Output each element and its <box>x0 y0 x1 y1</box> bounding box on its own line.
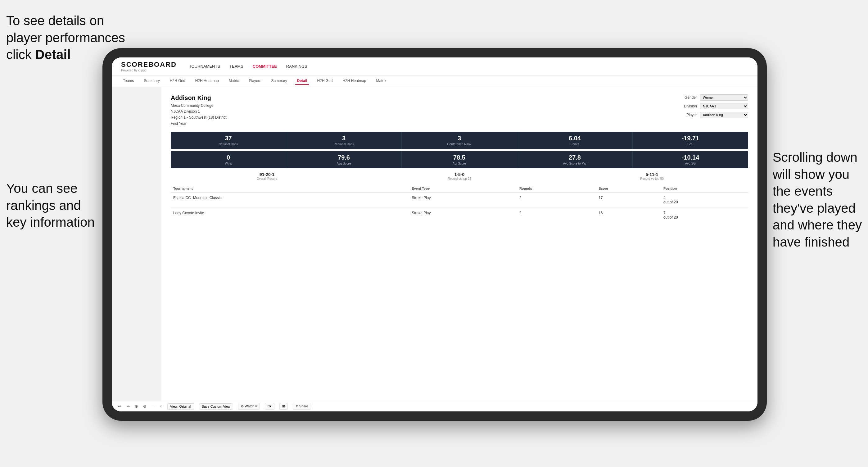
col-event-type: Event Type <box>409 185 517 192</box>
zoom-out-icon[interactable]: ⊖ <box>143 404 147 409</box>
player-info: Addison King Mesa Community College NJCA… <box>171 94 226 127</box>
adj-score-value: 78.5 <box>404 154 515 161</box>
regional-rank-label: Regional Rank <box>289 143 399 146</box>
subnav-h2h-heatmap[interactable]: H2H Heatmap <box>193 77 221 85</box>
nav-rankings[interactable]: RANKINGS <box>286 64 307 69</box>
col-position: Position <box>661 185 748 192</box>
record-overall: 91-20-1 Overall Record <box>171 172 363 180</box>
share-button[interactable]: ⇧ Share <box>293 403 311 410</box>
event-type-2: Stroke Play <box>409 208 517 223</box>
player-select[interactable]: Addison King <box>700 112 748 118</box>
tournament-name-1: Estella CC- Mountain Classic <box>171 192 409 208</box>
zoom-in-icon[interactable]: ⊕ <box>135 404 138 409</box>
gender-label: Gender <box>680 95 697 100</box>
subnav-matrix2[interactable]: Matrix <box>374 77 389 85</box>
stat-points: 6.04 Points <box>517 132 633 149</box>
top25-record-label: Record vs top 25 <box>448 177 471 180</box>
player-control: Player Addison King <box>680 112 748 118</box>
wins-label: Wins <box>173 162 283 165</box>
stats-row-2: 0 Wins 79.6 Avg Score 78.5 Adj Score 27.… <box>171 151 748 168</box>
record-top50: 5-11-1 Record vs top 50 <box>556 172 748 180</box>
subnav-h2h-heatmap2[interactable]: H2H Heatmap <box>341 77 368 85</box>
bottom-toolbar: ↩ ↪ ⊕ ⊖ — ○ View: Original Save Custom V… <box>112 401 757 411</box>
event-type-1: Stroke Play <box>409 192 517 208</box>
position-1: 4out of 20 <box>661 192 748 208</box>
share-label: ⇧ Share <box>296 404 308 408</box>
subnav-h2h-grid2[interactable]: H2H Grid <box>315 77 334 85</box>
subnav-summary[interactable]: Summary <box>142 77 161 85</box>
nav-tournaments[interactable]: TOURNAMENTS <box>189 64 220 69</box>
screen-button[interactable]: □▾ <box>265 403 274 410</box>
avg-score-label: Avg Score <box>289 162 399 165</box>
overall-record-label: Overall Record <box>257 177 278 180</box>
subnav-summary2[interactable]: Summary <box>269 77 289 85</box>
left-sidebar <box>112 87 161 401</box>
sos-label: SoS <box>635 143 746 146</box>
stat-national-rank: 37 National Rank <box>171 132 286 149</box>
view-original-button[interactable]: View: Original <box>167 403 194 410</box>
national-rank-value: 37 <box>173 135 283 142</box>
top25-record-value: 1-5-0 <box>455 172 465 177</box>
table-header-row: Tournament Event Type Rounds Score Posit… <box>171 185 748 192</box>
subnav-teams[interactable]: Teams <box>121 77 136 85</box>
undo-icon[interactable]: ↩ <box>118 404 121 409</box>
points-label: Points <box>520 143 630 146</box>
regional-rank-value: 3 <box>289 135 399 142</box>
grid-icon: ⊞ <box>282 404 285 408</box>
save-custom-view-label: Save Custom View <box>202 405 231 408</box>
save-custom-view-button[interactable]: Save Custom View <box>199 403 234 410</box>
record-top25: 1-5-0 Record vs top 25 <box>363 172 556 180</box>
separator-1: — <box>152 405 155 408</box>
logo-subtitle: Powered by clippd <box>121 69 177 72</box>
player-label: Player <box>680 113 697 117</box>
tournament-table: Tournament Event Type Rounds Score Posit… <box>171 185 748 223</box>
stat-sos: -19.71 SoS <box>633 132 748 149</box>
score-2: 16 <box>596 208 661 223</box>
tournament-name-2: Lady Coyote Invite <box>171 208 409 223</box>
subnav-players[interactable]: Players <box>247 77 263 85</box>
gender-control: Gender Women <box>680 94 748 101</box>
watch-button[interactable]: ⊙ Watch ▾ <box>238 403 260 410</box>
stat-regional-rank: 3 Regional Rank <box>286 132 402 149</box>
player-division: NJCAA Division 1 <box>171 109 226 115</box>
stat-wins: 0 Wins <box>171 151 286 168</box>
rounds-1: 2 <box>517 192 596 208</box>
subnav-detail[interactable]: Detail <box>295 77 309 85</box>
app-header: SCOREBOARD Powered by clippd TOURNAMENTS… <box>112 57 757 75</box>
avg-sg-value: -10.14 <box>635 154 746 161</box>
subnav-matrix[interactable]: Matrix <box>227 77 241 85</box>
player-region: Region 1 - Southwest (18) District <box>171 115 226 121</box>
annotation-right: Scrolling down will show you the events … <box>773 149 862 251</box>
points-value: 6.04 <box>520 135 630 142</box>
table-row: Lady Coyote Invite Stroke Play 2 16 7out… <box>171 208 748 223</box>
player-header: Addison King Mesa Community College NJCA… <box>171 94 748 127</box>
nav-committee[interactable]: COMMITTEE <box>253 64 277 69</box>
col-rounds: Rounds <box>517 185 596 192</box>
tablet-frame: SCOREBOARD Powered by clippd TOURNAMENTS… <box>102 48 767 421</box>
scoreboard-logo: SCOREBOARD Powered by clippd <box>121 61 177 72</box>
refresh-icon[interactable]: ○ <box>160 404 162 409</box>
player-college: Mesa Community College <box>171 103 226 109</box>
conference-rank-value: 3 <box>404 135 515 142</box>
national-rank-label: National Rank <box>173 143 283 146</box>
view-original-label: View: Original <box>170 405 191 408</box>
col-score: Score <box>596 185 661 192</box>
watch-label: ⊙ Watch ▾ <box>241 404 257 408</box>
wins-value: 0 <box>173 154 283 161</box>
division-select[interactable]: NJCAA I <box>700 103 748 109</box>
table-row: Estella CC- Mountain Classic Stroke Play… <box>171 192 748 208</box>
avg-score-par-value: 27.8 <box>520 154 630 161</box>
gender-select[interactable]: Women <box>700 94 748 101</box>
stats-row-1: 37 National Rank 3 Regional Rank 3 Confe… <box>171 132 748 149</box>
sos-value: -19.71 <box>635 135 746 142</box>
stat-conference-rank: 3 Conference Rank <box>402 132 517 149</box>
nav-teams[interactable]: TEAMS <box>229 64 243 69</box>
grid-button[interactable]: ⊞ <box>279 403 288 410</box>
screen-icon: □▾ <box>268 404 272 408</box>
stat-avg-score-par: 27.8 Avg Score to Par <box>517 151 633 168</box>
records-row: 91-20-1 Overall Record 1-5-0 Record vs t… <box>171 172 748 180</box>
redo-icon[interactable]: ↪ <box>126 404 130 409</box>
top50-record-value: 5-11-1 <box>646 172 658 177</box>
subnav-h2h-grid[interactable]: H2H Grid <box>168 77 187 85</box>
main-content: Addison King Mesa Community College NJCA… <box>161 87 757 401</box>
